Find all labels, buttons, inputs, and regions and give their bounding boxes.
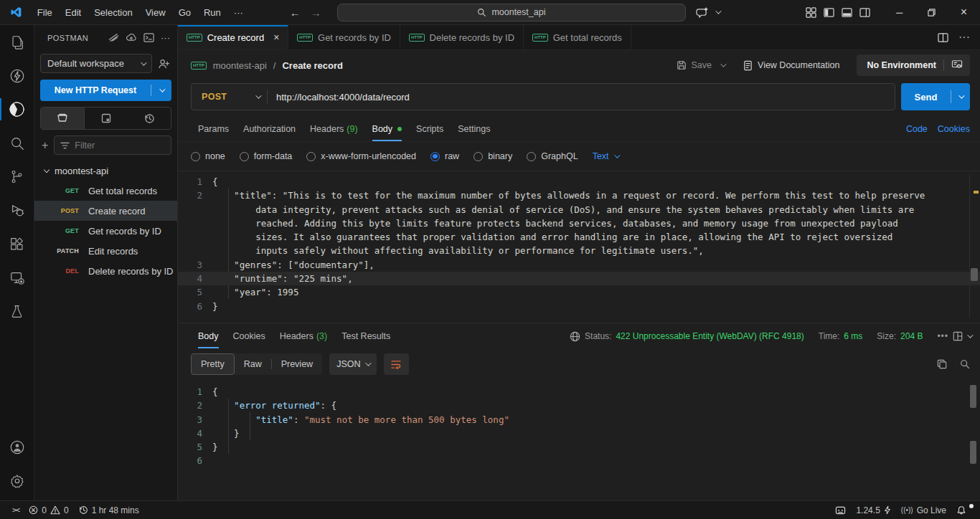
preview-button[interactable]: Preview [272, 353, 322, 375]
copilot-icon[interactable] [696, 7, 708, 18]
request-item[interactable]: DEL Delete records by ID [34, 261, 177, 281]
response-tab-test-results[interactable]: Test Results [334, 325, 397, 348]
environment-selector[interactable]: No Environment [857, 54, 970, 76]
command-center-search[interactable]: moontest_api [337, 4, 686, 22]
menu-more[interactable]: ··· [227, 4, 250, 21]
status-value[interactable]: 422 Unprocessable Entity (WebDAV) (RFC 4… [616, 331, 804, 341]
cloud-sync-icon[interactable] [126, 32, 137, 43]
new-request-chevron-icon[interactable] [159, 86, 165, 92]
code-link[interactable]: Code [906, 124, 928, 134]
tab-scripts[interactable]: Scripts [409, 118, 451, 141]
toggle-panel-icon[interactable] [842, 7, 852, 18]
tab-get-records-by-id[interactable]: HTTP Get records by ID [288, 25, 400, 49]
filter-field[interactable] [54, 135, 171, 155]
save-chevron-icon[interactable] [720, 61, 726, 67]
thunder-version[interactable]: 1.24.5 [851, 505, 895, 515]
menu-selection[interactable]: Selection [88, 4, 138, 21]
raw-format-select[interactable]: Text [593, 151, 618, 161]
request-body-editor[interactable]: 1{ 2 "title": "This is to test for the m… [178, 171, 980, 323]
environment-quick-look-icon[interactable] [951, 59, 970, 72]
menu-go[interactable]: Go [172, 4, 197, 21]
explorer-icon[interactable] [0, 25, 34, 59]
toggle-primary-sidebar-icon[interactable] [824, 7, 834, 18]
go-live-button[interactable]: ((•)) Go Live [896, 505, 951, 515]
interceptor-icon[interactable] [108, 32, 119, 43]
account-icon[interactable] [0, 430, 34, 464]
minimize-button[interactable]: ─ [883, 0, 915, 24]
response-body-editor[interactable]: 1{ 2 "error returned": { 3 "title": "mus… [178, 379, 980, 500]
tab-headers[interactable]: Headers(9) [303, 118, 365, 141]
history-tab[interactable] [128, 108, 171, 129]
source-control-icon[interactable] [0, 160, 34, 194]
cookies-link[interactable]: Cookies [938, 124, 970, 134]
customize-layout-icon[interactable] [806, 7, 816, 18]
copilot-chevron-icon[interactable] [715, 8, 721, 14]
response-tab-headers[interactable]: Headers(3) [273, 325, 335, 348]
body-type-form-data[interactable]: form-data [240, 151, 293, 161]
tab-body[interactable]: Body [365, 118, 410, 141]
pretty-button[interactable]: Pretty [191, 353, 235, 375]
new-http-request-button[interactable]: New HTTP Request [40, 80, 171, 101]
ports-indicator[interactable] [830, 505, 851, 515]
size-value[interactable]: 204 B [900, 331, 923, 341]
tab-authorization[interactable]: Authorization [236, 118, 303, 141]
body-type-urlencoded[interactable]: x-www-form-urlencoded [306, 151, 416, 161]
request-item[interactable]: GET Get total records [34, 181, 177, 201]
testing-icon[interactable] [0, 295, 34, 328]
request-item[interactable]: GET Get records by ID [34, 221, 177, 241]
toggle-secondary-sidebar-icon[interactable] [859, 7, 870, 18]
add-request-icon[interactable]: + [42, 139, 48, 152]
console-icon[interactable] [143, 32, 154, 43]
tab-create-record[interactable]: HTTP Create record × [178, 25, 288, 49]
response-tab-body[interactable]: Body [191, 325, 226, 348]
editor-actions-more-icon[interactable]: ··· [958, 31, 970, 44]
url-input[interactable] [268, 92, 895, 103]
settings-gear-icon[interactable] [0, 464, 34, 497]
request-editor-scrollbar[interactable] [971, 268, 978, 281]
filter-input[interactable] [75, 141, 146, 151]
problems-indicator[interactable]: 0 0 [24, 505, 73, 515]
sidebar-more-icon[interactable]: ··· [161, 32, 170, 43]
raw-button[interactable]: Raw [235, 353, 271, 375]
response-layout-icon[interactable] [953, 331, 963, 341]
collections-tab[interactable] [41, 108, 85, 129]
menu-view[interactable]: View [139, 4, 172, 21]
response-scrollbar[interactable] [970, 385, 976, 408]
run-debug-icon[interactable] [0, 194, 34, 227]
close-tab-icon[interactable]: × [273, 32, 279, 43]
time-value[interactable]: 6 ms [844, 331, 862, 341]
postman-icon[interactable] [0, 92, 34, 126]
save-button[interactable]: Save [677, 60, 725, 70]
body-type-binary[interactable]: binary [473, 151, 512, 161]
tab-params[interactable]: Params [191, 118, 236, 141]
view-documentation-button[interactable]: View Documentation [743, 60, 839, 71]
remote-explorer-icon[interactable] [0, 261, 34, 295]
body-type-graphql[interactable]: GraphQL [527, 151, 578, 161]
tab-settings[interactable]: Settings [451, 118, 497, 141]
word-wrap-button[interactable] [384, 353, 409, 375]
body-type-raw[interactable]: raw [430, 151, 459, 161]
search-sidebar-icon[interactable] [0, 126, 34, 160]
notifications-bell[interactable] [951, 505, 971, 515]
breadcrumb-collection[interactable]: moontest-api [213, 60, 267, 71]
close-window-button[interactable]: × [948, 0, 980, 24]
send-options-chevron-icon[interactable] [958, 92, 964, 98]
search-response-icon[interactable] [960, 359, 970, 369]
response-tab-cookies[interactable]: Cookies [226, 325, 273, 348]
request-item-selected[interactable]: POST Create record [34, 201, 177, 221]
method-select[interactable]: POST [192, 92, 267, 102]
collapse-response-chevron-icon[interactable] [967, 332, 973, 338]
session-timer[interactable]: 1 hr 48 mins [74, 505, 144, 515]
menu-file[interactable]: File [31, 4, 59, 21]
response-more-icon[interactable]: ••• [937, 331, 948, 341]
workspace-select[interactable]: Default workspace [40, 54, 152, 73]
collection-row[interactable]: moontest-api [34, 161, 177, 181]
menu-edit[interactable]: Edit [59, 4, 88, 21]
back-arrow-icon[interactable]: ← [290, 6, 301, 19]
request-item[interactable]: PATCH Edit records [34, 241, 177, 261]
invite-user-icon[interactable] [158, 58, 170, 70]
remote-indicator[interactable]: >< [7, 505, 24, 515]
body-type-none[interactable]: none [191, 151, 225, 161]
tab-delete-records-by-id[interactable]: HTTP Delete records by ID [400, 25, 524, 49]
extensions-icon[interactable] [0, 227, 34, 261]
